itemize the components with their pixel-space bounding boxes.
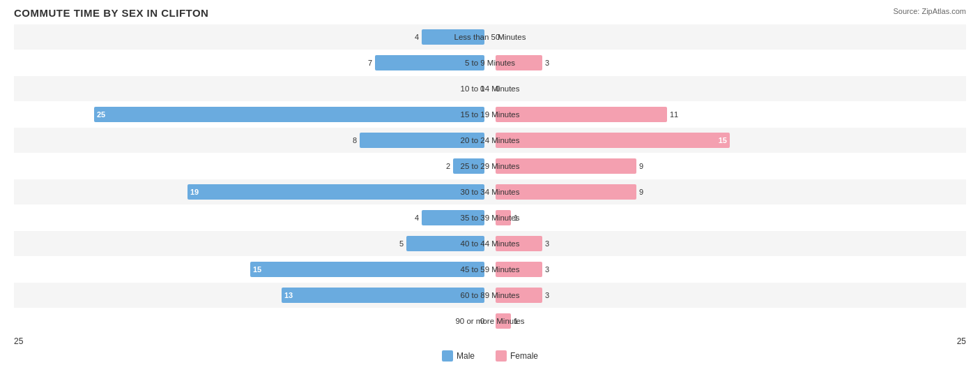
legend-male-label: Male (457, 351, 475, 361)
legend-male: Male (442, 350, 475, 362)
table-row: 735 to 9 Minutes (14, 50, 966, 75)
table-row: 13360 to 89 Minutes (14, 283, 966, 308)
bar-female-value: 9 (639, 188, 643, 196)
bar-female-value: 1 (514, 317, 518, 325)
right-side: 11 (490, 102, 966, 127)
bar-male-value: 0 (480, 317, 484, 325)
legend-female: Female (496, 350, 538, 362)
legend-male-box (442, 350, 453, 362)
table-row: 0190 or more Minutes (14, 308, 966, 334)
chart-container: COMMUTE TIME BY SEX IN CLIFTON Source: Z… (0, 0, 980, 365)
right-side: 3 (490, 283, 966, 308)
bar-male-value: 5 (399, 239, 404, 248)
bar-male-value: 4 (415, 214, 419, 222)
table-row: 15345 to 59 Minutes (14, 257, 966, 282)
table-row: 0010 to 14 Minutes (14, 76, 966, 101)
right-side: 0 (490, 24, 966, 50)
axis-right: 25 (957, 336, 966, 346)
right-side: 9 (490, 154, 966, 179)
left-side: 4 (14, 205, 490, 230)
bar-male-value-inside: 13 (282, 291, 296, 299)
table-row: 5340 to 44 Minutes (14, 231, 966, 256)
bar-male-value-inside: 19 (187, 188, 201, 196)
legend: Male Female (14, 350, 966, 362)
right-side: 3 (490, 257, 966, 282)
bar-female-value-inside: 15 (716, 136, 730, 144)
right-side: 15 (490, 128, 966, 153)
table-row: 19930 to 34 Minutes (14, 179, 966, 204)
left-side: 0 (14, 308, 490, 334)
left-side: 5 (14, 231, 490, 256)
table-row: 251115 to 19 Minutes (14, 102, 966, 127)
bar-female-value: 3 (545, 59, 549, 67)
bar-male-value-inside: 25 (94, 110, 108, 119)
left-side: 0 (14, 76, 490, 101)
bar-female-value: 11 (670, 110, 678, 119)
left-side: 7 (14, 50, 490, 75)
table-row: 81520 to 24 Minutes (14, 128, 966, 153)
bar-male-value: 4 (415, 33, 419, 41)
bar-female-value: 0 (496, 84, 500, 93)
bar-male-value: 2 (446, 162, 450, 170)
right-side: 0 (490, 76, 966, 101)
bar-female-value: 3 (545, 291, 549, 299)
bar-male-value-inside: 15 (250, 265, 264, 274)
legend-female-box (496, 350, 507, 362)
chart-title: COMMUTE TIME BY SEX IN CLIFTON (14, 7, 966, 19)
bar-male-value: 7 (368, 59, 372, 67)
axis-row: 25 25 (14, 336, 966, 346)
left-side: 25 (14, 102, 490, 127)
right-side: 1 (490, 308, 966, 334)
bar-female-value: 3 (545, 265, 549, 274)
bar-female-value: 9 (639, 162, 643, 170)
bar-female-value: 1 (514, 214, 518, 222)
left-side: 19 (14, 179, 490, 204)
left-side: 4 (14, 24, 490, 50)
table-row: 40Less than 5 Minutes (14, 24, 966, 50)
rows-area: 40Less than 5 Minutes735 to 9 Minutes001… (14, 24, 966, 334)
left-side: 13 (14, 283, 490, 308)
axis-left: 25 (14, 336, 23, 346)
right-side: 3 (490, 50, 966, 75)
bar-female-value: 0 (496, 33, 500, 41)
bar-male-value: 8 (353, 136, 357, 144)
right-side: 9 (490, 179, 966, 204)
bar-female-value: 3 (545, 239, 549, 248)
left-side: 2 (14, 154, 490, 179)
table-row: 4135 to 39 Minutes (14, 205, 966, 230)
right-side: 1 (490, 205, 966, 230)
right-side: 3 (490, 231, 966, 256)
left-side: 15 (14, 257, 490, 282)
bar-male-value: 0 (480, 84, 484, 93)
table-row: 2925 to 29 Minutes (14, 154, 966, 179)
left-side: 8 (14, 128, 490, 153)
source-label: Source: ZipAtlas.com (893, 7, 966, 15)
legend-female-label: Female (510, 351, 538, 361)
